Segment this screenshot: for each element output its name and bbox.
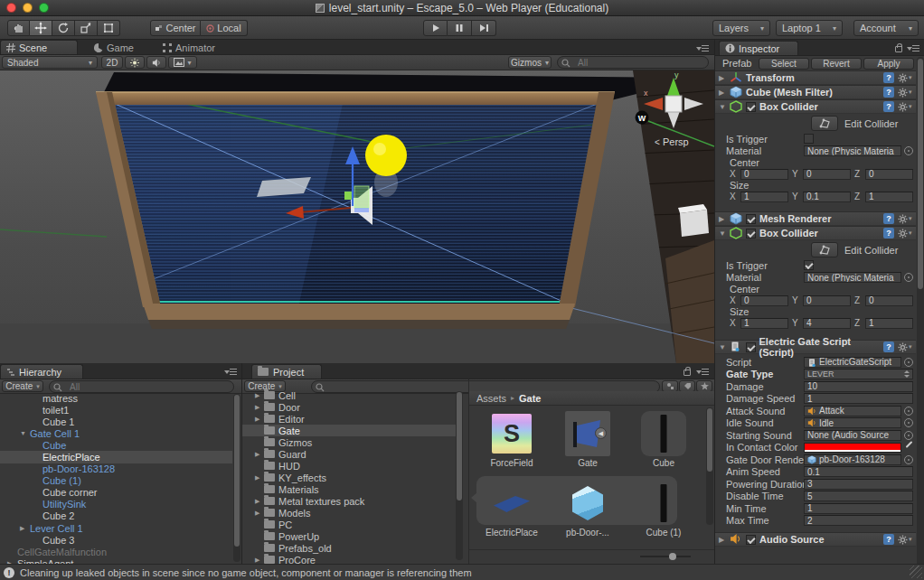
help-icon[interactable]: ? — [883, 101, 894, 112]
lock-icon[interactable] — [895, 46, 902, 52]
move-tool-button[interactable] — [30, 20, 52, 36]
status-bar[interactable]: ! Cleaning up leaked objects in scene si… — [0, 564, 924, 580]
prefab-apply-button[interactable]: Apply — [863, 58, 914, 70]
max-time-field[interactable]: 2 — [804, 515, 913, 526]
help-icon[interactable]: ? — [883, 341, 894, 352]
fold-arrow-icon[interactable]: ▶ — [255, 557, 264, 564]
hierarchy-item[interactable]: Cube 3 — [0, 534, 232, 546]
tab-scene[interactable]: Scene — [0, 40, 78, 54]
project-folder-item[interactable]: ▶ Editor — [242, 413, 459, 425]
size-y-field[interactable]: 0.1 — [803, 192, 851, 202]
idle-sound-object-field[interactable]: Idle — [804, 417, 901, 428]
asset-thumbnail[interactable]: S — [489, 411, 534, 456]
fold-arrow-icon[interactable]: ▶ — [255, 416, 264, 423]
space-local-button[interactable]: Local — [201, 20, 248, 36]
material-object-field[interactable]: None (Physic Materia — [804, 272, 901, 283]
component-header-mesh-renderer[interactable]: ▶ Mesh Renderer ? ▾ — [715, 211, 916, 226]
asset-item[interactable]: Cube — [630, 411, 697, 468]
inspector-scrollbar[interactable] — [917, 57, 924, 579]
hierarchy-item[interactable]: ▶ Lever Cell 1 — [0, 522, 232, 534]
rect-tool-button[interactable] — [98, 20, 120, 36]
hierarchy-item[interactable]: matress — [0, 392, 232, 404]
project-folder-item[interactable]: ▶ KY_effects — [242, 472, 459, 483]
fold-arrow-icon[interactable]: ▶ — [255, 474, 264, 482]
slider-knob[interactable] — [669, 553, 676, 560]
rotate-tool-button[interactable] — [52, 20, 75, 36]
hand-tool-button[interactable] — [7, 20, 30, 36]
help-icon[interactable]: ? — [883, 72, 894, 83]
gate-type-dropdown[interactable]: LEVER — [804, 369, 913, 379]
component-enabled-checkbox[interactable] — [746, 229, 756, 239]
size-y-field[interactable]: 4 — [803, 318, 851, 329]
project-folder-item[interactable]: ▶ Models — [242, 507, 459, 519]
fold-arrow-icon[interactable]: ▼ — [20, 430, 30, 436]
asset-item[interactable]: ElectricPlace — [478, 481, 545, 538]
prefab-select-button[interactable]: Select — [759, 58, 809, 70]
project-folder-item[interactable]: ▶ Door — [242, 401, 459, 413]
center-z-field[interactable]: 0 — [865, 295, 913, 306]
size-x-field[interactable]: 1 — [740, 318, 788, 329]
gear-icon[interactable]: ▾ — [898, 214, 912, 224]
2d-toggle-button[interactable]: 2D — [101, 56, 123, 69]
breadcrumb-root[interactable]: Assets — [476, 393, 506, 404]
component-header-mesh-filter[interactable]: ▶ Cube (Mesh Filter) ? ▾ — [715, 85, 916, 99]
object-picker-icon[interactable] — [904, 418, 913, 427]
pause-button[interactable] — [448, 20, 472, 36]
project-folder-item[interactable]: Materials — [242, 483, 459, 495]
shading-mode-dropdown[interactable]: Shaded▾ — [2, 56, 98, 69]
asset-thumbnail[interactable] — [641, 411, 686, 456]
assets-scrollbar[interactable] — [706, 407, 713, 525]
prefab-revert-button[interactable]: Revert — [811, 58, 862, 70]
project-folder-item[interactable]: Gizmos — [242, 436, 459, 448]
panel-menu-icon[interactable] — [224, 368, 237, 376]
hierarchy-item[interactable]: ▼ Gate Cell 1 — [0, 427, 232, 439]
hierarchy-scrollbar[interactable] — [233, 394, 240, 562]
attack-sound-object-field[interactable]: Attack — [804, 406, 901, 416]
damage-field[interactable]: 10 — [804, 381, 913, 392]
lock-icon[interactable] — [684, 370, 691, 376]
panel-menu-icon[interactable] — [696, 368, 709, 376]
tab-inspector[interactable]: Inspector — [719, 41, 798, 55]
help-icon[interactable]: ? — [883, 228, 894, 239]
fold-arrow-icon[interactable]: ▶ — [20, 525, 30, 532]
layout-dropdown[interactable]: Laptop 1▾ — [776, 20, 843, 36]
hierarchy-item[interactable]: pb-Door-163128 — [0, 463, 232, 475]
create-button[interactable]: Create▾ — [2, 380, 43, 392]
fold-arrow-icon[interactable]: ▶ — [255, 510, 264, 517]
damage-speed-field[interactable]: 1 — [804, 393, 913, 404]
project-folder-item[interactable]: ▶ Cell — [242, 389, 459, 401]
project-folder-item[interactable]: ▶ Guard — [242, 448, 459, 460]
scene-search-input[interactable] — [578, 57, 704, 68]
tab-game[interactable]: Game — [94, 42, 134, 53]
component-header-transform[interactable]: ▶ Transform ? ▾ — [715, 70, 916, 85]
breadcrumb-current[interactable]: Gate — [519, 393, 541, 404]
edit-collider-button[interactable] — [811, 116, 838, 131]
component-enabled-checkbox[interactable] — [746, 214, 756, 224]
panel-menu-icon[interactable] — [696, 44, 709, 52]
object-picker-icon[interactable] — [904, 407, 913, 416]
gear-icon[interactable]: ▾ — [898, 229, 912, 239]
account-dropdown[interactable]: Account▾ — [853, 20, 919, 36]
object-picker-icon[interactable] — [904, 431, 913, 440]
size-z-field[interactable]: 1 — [865, 192, 913, 202]
gear-icon[interactable]: ▾ — [898, 102, 912, 112]
hierarchy-item[interactable]: Cube — [0, 439, 232, 451]
scene-search-field[interactable] — [557, 56, 709, 69]
material-object-field[interactable]: None (Physic Materia — [804, 145, 901, 156]
component-header-audio-source[interactable]: ▶ Audio Source ? ▾ — [715, 532, 916, 547]
object-picker-icon[interactable] — [904, 273, 913, 282]
pivot-center-button[interactable]: Center — [150, 20, 201, 36]
asset-item[interactable]: S ForceField — [478, 411, 545, 468]
min-time-field[interactable]: 1 — [804, 503, 913, 514]
is-trigger-checkbox[interactable] — [804, 260, 814, 270]
gear-icon[interactable]: ▾ — [898, 535, 912, 545]
hierarchy-item[interactable]: Cube 2 — [0, 510, 232, 522]
hierarchy-item[interactable]: Cube corner — [0, 487, 232, 499]
size-x-field[interactable]: 1 — [740, 192, 788, 202]
anim-speed-field[interactable]: 0.1 — [804, 466, 913, 477]
powering-duration-field[interactable]: 3 — [804, 479, 913, 490]
component-enabled-checkbox[interactable] — [746, 342, 756, 352]
tab-project[interactable]: Project — [251, 364, 322, 379]
help-icon[interactable]: ? — [883, 87, 894, 98]
asset-thumbnail[interactable] — [565, 481, 610, 526]
